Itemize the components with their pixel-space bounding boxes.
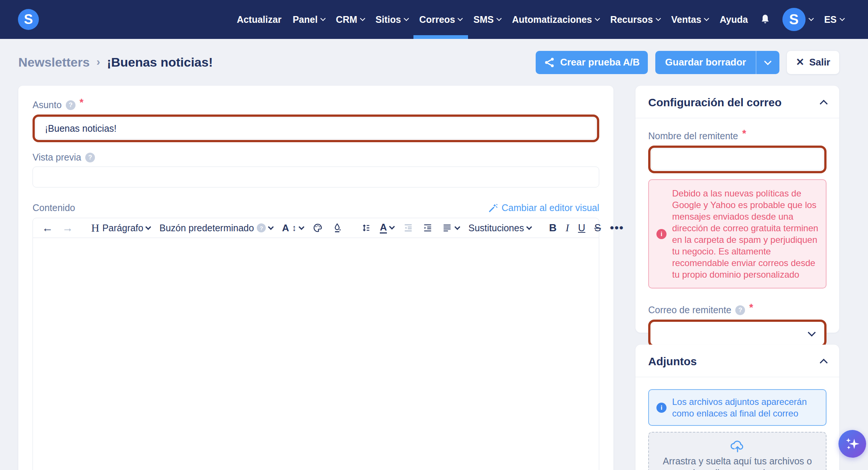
palette-icon <box>313 223 323 233</box>
app-logo-letter: S <box>24 12 33 27</box>
sender-email-label: Correo de remitente <box>648 305 731 315</box>
sparkles-icon <box>844 436 861 452</box>
help-icon[interactable]: ? <box>735 305 745 315</box>
nav-item-sitios[interactable]: Sitios <box>376 0 408 39</box>
nav-item-crm[interactable]: CRM <box>336 0 364 39</box>
account-menu[interactable]: S <box>782 8 813 31</box>
collapse-chevron-icon[interactable] <box>820 100 828 107</box>
sender-name-field-highlight <box>648 146 827 173</box>
chevron-down-icon <box>458 16 463 21</box>
outdent-icon <box>403 223 413 233</box>
nav-item-sms[interactable]: SMS <box>473 0 501 39</box>
sender-name-label: Nombre del remitente <box>648 131 738 141</box>
newsletter-editor-page: S Actualizar Panel CRM Sitios Correos SM… <box>0 0 868 470</box>
underline-button[interactable]: U <box>578 222 585 234</box>
email-config-header: Configuración del correo <box>635 86 839 118</box>
attachments-info-text: Los archivos adjuntos aparecerán como en… <box>672 396 818 419</box>
paragraph-style-dropdown[interactable]: H Parágrafo <box>91 222 150 234</box>
help-icon[interactable]: ? <box>66 100 76 110</box>
sender-email-label-row: Correo de remitente ? * <box>648 304 827 316</box>
sender-email-select[interactable] <box>651 323 824 344</box>
page-header: Newsletters › ¡Buenas noticias! Crear pr… <box>0 39 868 86</box>
line-height-button[interactable] <box>360 223 371 233</box>
bell-icon <box>759 13 771 26</box>
indent-button[interactable] <box>422 223 433 233</box>
attachments-info-banner: i Los archivos adjuntos aparecerán como … <box>648 389 827 426</box>
collapse-chevron-icon[interactable] <box>820 358 828 366</box>
subject-label: Asunto <box>33 100 62 110</box>
save-draft-split-button: Guardar borrador <box>655 51 779 74</box>
subject-input[interactable] <box>36 117 596 139</box>
nav-item-automatizaciones[interactable]: Automatizaciones <box>512 0 599 39</box>
chevron-down-icon <box>145 224 151 230</box>
attachments-title: Adjuntos <box>648 355 697 368</box>
redo-button[interactable]: → <box>62 222 73 234</box>
strikethrough-button[interactable]: S <box>594 222 601 234</box>
indent-icon <box>422 223 433 233</box>
file-dropzone[interactable]: Arrastra y suelta aquí tus archivos o ha… <box>648 432 827 470</box>
switch-visual-editor-link[interactable]: Cambiar al editor visual <box>488 202 599 213</box>
editor-content[interactable] <box>33 238 599 470</box>
warning-info-icon: i <box>656 229 667 239</box>
font-color-dropdown[interactable]: A <box>380 222 394 234</box>
italic-button[interactable]: I <box>566 222 569 234</box>
sender-email-field-highlight <box>648 320 827 347</box>
exit-button[interactable]: ✕ Salir <box>787 51 839 74</box>
required-asterisk: * <box>749 302 753 314</box>
breadcrumb-separator: › <box>96 55 100 68</box>
editor-toolbar: ← → H Parágrafo Buzón predeterminado ? A… <box>33 218 599 238</box>
close-icon: ✕ <box>796 57 804 67</box>
save-draft-button[interactable]: Guardar borrador <box>655 51 756 74</box>
sender-name-input[interactable] <box>651 149 824 170</box>
highlight-color-button[interactable] <box>332 223 342 233</box>
chevron-down-icon <box>496 16 502 21</box>
attachments-card: Adjuntos i Los archivos adjuntos aparece… <box>635 345 839 470</box>
bold-button[interactable]: B <box>549 222 557 234</box>
preview-input[interactable] <box>33 167 599 187</box>
chevron-down-icon <box>704 16 709 21</box>
split-test-icon <box>544 57 555 68</box>
nav-item-actualizar[interactable]: Actualizar <box>237 0 281 39</box>
outdent-button[interactable] <box>403 223 413 233</box>
nav-item-correos[interactable]: Correos <box>419 0 462 39</box>
email-config-title: Configuración del correo <box>648 96 782 109</box>
color-fill-icon <box>332 223 342 233</box>
subject-label-row: Asunto ? * <box>33 99 599 111</box>
content-label: Contenido <box>33 202 75 213</box>
chevron-down-icon <box>809 16 814 21</box>
spam-warning-text: Debido a las nuevas políticas de Google … <box>672 187 818 280</box>
required-asterisk: * <box>742 128 746 140</box>
preview-label-row: Vista previa ? <box>33 152 599 163</box>
nav-item-recursos[interactable]: Recursos <box>610 0 660 39</box>
avatar: S <box>782 8 806 31</box>
alignment-dropdown[interactable] <box>442 223 459 233</box>
nav-item-panel[interactable]: Panel <box>293 0 325 39</box>
help-icon[interactable]: ? <box>85 153 95 162</box>
attachments-header: Adjuntos <box>635 345 839 377</box>
nav-item-ventas[interactable]: Ventas <box>671 0 709 39</box>
cloud-upload-icon <box>730 439 745 453</box>
ai-assistant-button[interactable] <box>838 430 866 458</box>
undo-button[interactable]: ← <box>42 222 53 234</box>
notifications-button[interactable] <box>759 13 771 26</box>
heading-icon: H <box>91 222 99 234</box>
chevron-down-icon <box>268 224 274 230</box>
chevron-down-icon <box>360 16 365 21</box>
more-tools-button[interactable]: ••• <box>610 222 624 234</box>
substitutions-dropdown[interactable]: Sustituciones <box>468 223 531 234</box>
page-title: ¡Buenas noticias! <box>107 55 213 70</box>
email-config-body: Nombre del remitente * i Debido a las nu… <box>635 118 839 359</box>
nav-item-ayuda[interactable]: Ayuda <box>720 0 748 39</box>
language-selector[interactable]: ES <box>824 14 844 25</box>
app-logo[interactable]: S <box>18 9 39 30</box>
text-color-button[interactable] <box>313 223 323 233</box>
chevron-down-icon <box>320 16 326 21</box>
language-label: ES <box>824 14 837 25</box>
save-draft-dropdown-toggle[interactable] <box>756 51 779 74</box>
chevron-down-icon <box>840 16 845 21</box>
font-dropdown[interactable]: Buzón predeterminado ? <box>159 223 273 234</box>
chevron-down-icon <box>526 224 532 230</box>
font-size-dropdown[interactable]: A↕ <box>282 222 304 234</box>
breadcrumb-parent-link[interactable]: Newsletters <box>18 55 90 70</box>
create-ab-test-button[interactable]: Crear prueba A/B <box>536 51 648 74</box>
